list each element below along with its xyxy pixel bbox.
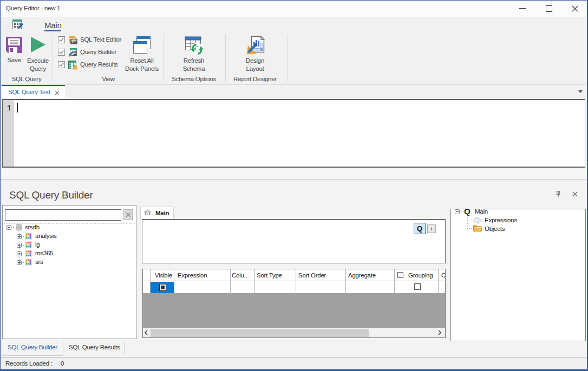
- svg-text:SQL: SQL: [71, 40, 77, 43]
